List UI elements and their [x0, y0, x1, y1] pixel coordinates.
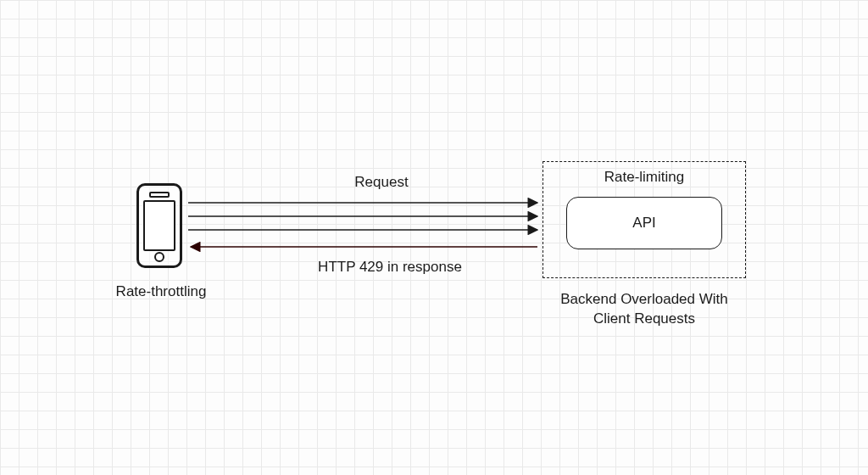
- client-device-icon: [136, 183, 182, 268]
- server-caption: Backend Overloaded With Client Requests: [542, 290, 746, 329]
- request-label: Request: [305, 174, 458, 191]
- response-label: HTTP 429 in response: [280, 259, 500, 276]
- server-box-title: Rate-limiting: [585, 169, 704, 186]
- client-label: Rate-throttling: [102, 283, 220, 300]
- api-box: API: [566, 197, 722, 249]
- api-label: API: [632, 215, 655, 232]
